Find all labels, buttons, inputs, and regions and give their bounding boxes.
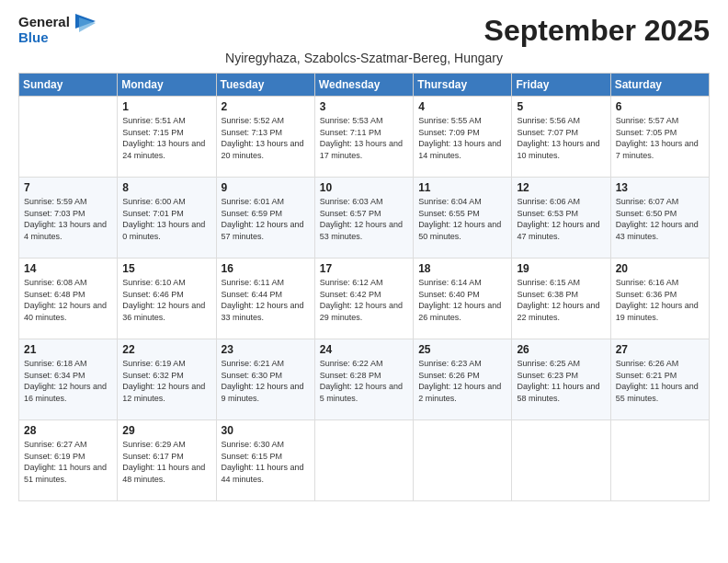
day-info: Sunrise: 6:00 AMSunset: 7:01 PMDaylight:…: [122, 196, 210, 242]
logo-graphic: General Blue: [18, 15, 70, 45]
calendar-cell: 22Sunrise: 6:19 AMSunset: 6:32 PMDayligh…: [118, 339, 216, 420]
day-number: 9: [222, 181, 310, 194]
day-number: 26: [517, 343, 605, 356]
calendar-cell: 27Sunrise: 6:26 AMSunset: 6:21 PMDayligh…: [610, 339, 709, 420]
day-number: 23: [222, 343, 310, 356]
day-info: Sunrise: 5:51 AMSunset: 7:15 PMDaylight:…: [122, 115, 210, 161]
subtitle: Nyiregyhaza, Szabolcs-Szatmar-Bereg, Hun…: [18, 51, 710, 65]
weekday-header-tuesday: Tuesday: [216, 74, 314, 97]
calendar-week-5: 28Sunrise: 6:27 AMSunset: 6:19 PMDayligh…: [19, 420, 710, 501]
calendar-cell: 4Sunrise: 5:55 AMSunset: 7:09 PMDaylight…: [414, 97, 512, 178]
day-number: 16: [222, 262, 310, 275]
calendar-cell: 25Sunrise: 6:23 AMSunset: 6:26 PMDayligh…: [414, 339, 512, 420]
day-info: Sunrise: 5:57 AMSunset: 7:05 PMDaylight:…: [616, 115, 704, 161]
calendar-cell: 16Sunrise: 6:11 AMSunset: 6:44 PMDayligh…: [216, 259, 314, 339]
day-info: Sunrise: 5:55 AMSunset: 7:09 PMDaylight:…: [418, 115, 506, 161]
calendar-week-3: 14Sunrise: 6:08 AMSunset: 6:48 PMDayligh…: [19, 259, 710, 339]
calendar-cell: 26Sunrise: 6:25 AMSunset: 6:23 PMDayligh…: [512, 339, 610, 420]
day-number: 12: [517, 181, 605, 194]
day-number: 19: [517, 262, 605, 275]
calendar-cell: 19Sunrise: 6:15 AMSunset: 6:38 PMDayligh…: [512, 259, 610, 339]
month-title: September 2025: [484, 15, 710, 47]
calendar-cell: 20Sunrise: 6:16 AMSunset: 6:36 PMDayligh…: [610, 259, 709, 339]
calendar-cell: [610, 420, 709, 501]
day-info: Sunrise: 6:07 AMSunset: 6:50 PMDaylight:…: [616, 196, 704, 242]
weekday-header-monday: Monday: [118, 74, 216, 97]
calendar-week-1: 1Sunrise: 5:51 AMSunset: 7:15 PMDaylight…: [19, 97, 710, 178]
day-info: Sunrise: 6:21 AMSunset: 6:30 PMDaylight:…: [222, 358, 310, 404]
calendar-cell: 12Sunrise: 6:06 AMSunset: 6:53 PMDayligh…: [512, 178, 610, 259]
calendar-week-2: 7Sunrise: 5:59 AMSunset: 7:03 PMDaylight…: [19, 178, 710, 259]
calendar-cell: [314, 420, 413, 501]
calendar-cell: 29Sunrise: 6:29 AMSunset: 6:17 PMDayligh…: [118, 420, 216, 501]
day-info: Sunrise: 6:29 AMSunset: 6:17 PMDaylight:…: [122, 439, 210, 485]
day-info: Sunrise: 6:08 AMSunset: 6:48 PMDaylight:…: [24, 277, 112, 323]
day-number: 8: [122, 181, 210, 194]
weekday-header-friday: Friday: [512, 74, 610, 97]
day-number: 2: [222, 100, 310, 113]
calendar-cell: [512, 420, 610, 501]
weekday-header-thursday: Thursday: [414, 74, 512, 97]
calendar-cell: 13Sunrise: 6:07 AMSunset: 6:50 PMDayligh…: [610, 178, 709, 259]
day-info: Sunrise: 6:04 AMSunset: 6:55 PMDaylight:…: [418, 196, 506, 242]
weekday-header-saturday: Saturday: [610, 74, 709, 97]
day-info: Sunrise: 6:23 AMSunset: 6:26 PMDaylight:…: [418, 358, 506, 404]
calendar-cell: 7Sunrise: 5:59 AMSunset: 7:03 PMDaylight…: [19, 178, 118, 259]
day-number: 22: [122, 343, 210, 356]
day-number: 11: [418, 181, 506, 194]
day-info: Sunrise: 5:52 AMSunset: 7:13 PMDaylight:…: [222, 115, 310, 161]
calendar-cell: 8Sunrise: 6:00 AMSunset: 7:01 PMDaylight…: [118, 178, 216, 259]
logo-flag: [75, 14, 96, 43]
day-info: Sunrise: 6:15 AMSunset: 6:38 PMDaylight:…: [517, 277, 605, 323]
day-number: 7: [24, 181, 112, 194]
calendar-cell: 9Sunrise: 6:01 AMSunset: 6:59 PMDaylight…: [216, 178, 314, 259]
day-number: 29: [122, 424, 210, 437]
day-number: 17: [320, 262, 408, 275]
day-number: 25: [418, 343, 506, 356]
day-number: 24: [320, 343, 408, 356]
day-number: 18: [418, 262, 506, 275]
calendar-cell: 18Sunrise: 6:14 AMSunset: 6:40 PMDayligh…: [414, 259, 512, 339]
day-info: Sunrise: 6:01 AMSunset: 6:59 PMDaylight:…: [222, 196, 310, 242]
day-info: Sunrise: 6:25 AMSunset: 6:23 PMDaylight:…: [517, 358, 605, 404]
calendar-week-4: 21Sunrise: 6:18 AMSunset: 6:34 PMDayligh…: [19, 339, 710, 420]
calendar-cell: 21Sunrise: 6:18 AMSunset: 6:34 PMDayligh…: [19, 339, 118, 420]
day-info: Sunrise: 5:53 AMSunset: 7:11 PMDaylight:…: [320, 115, 408, 161]
day-info: Sunrise: 6:14 AMSunset: 6:40 PMDaylight:…: [418, 277, 506, 323]
day-number: 28: [24, 424, 112, 437]
day-number: 3: [320, 100, 408, 113]
day-info: Sunrise: 6:10 AMSunset: 6:46 PMDaylight:…: [122, 277, 210, 323]
calendar-cell: 5Sunrise: 5:56 AMSunset: 7:07 PMDaylight…: [512, 97, 610, 178]
day-info: Sunrise: 6:26 AMSunset: 6:21 PMDaylight:…: [616, 358, 704, 404]
day-number: 30: [222, 424, 310, 437]
weekday-header-wednesday: Wednesday: [314, 74, 413, 97]
calendar-cell: [19, 97, 118, 178]
calendar-cell: 2Sunrise: 5:52 AMSunset: 7:13 PMDaylight…: [216, 97, 314, 178]
calendar-cell: 15Sunrise: 6:10 AMSunset: 6:46 PMDayligh…: [118, 259, 216, 339]
day-info: Sunrise: 6:16 AMSunset: 6:36 PMDaylight:…: [616, 277, 704, 323]
day-info: Sunrise: 6:12 AMSunset: 6:42 PMDaylight:…: [320, 277, 408, 323]
calendar-cell: 24Sunrise: 6:22 AMSunset: 6:28 PMDayligh…: [314, 339, 413, 420]
day-number: 6: [616, 100, 704, 113]
day-number: 5: [517, 100, 605, 113]
day-number: 27: [616, 343, 704, 356]
day-number: 15: [122, 262, 210, 275]
day-number: 13: [616, 181, 704, 194]
day-info: Sunrise: 6:11 AMSunset: 6:44 PMDaylight:…: [222, 277, 310, 323]
calendar-cell: 10Sunrise: 6:03 AMSunset: 6:57 PMDayligh…: [314, 178, 413, 259]
day-info: Sunrise: 6:30 AMSunset: 6:15 PMDaylight:…: [222, 439, 310, 485]
calendar-cell: 11Sunrise: 6:04 AMSunset: 6:55 PMDayligh…: [414, 178, 512, 259]
day-info: Sunrise: 6:22 AMSunset: 6:28 PMDaylight:…: [320, 358, 408, 404]
calendar-cell: 23Sunrise: 6:21 AMSunset: 6:30 PMDayligh…: [216, 339, 314, 420]
calendar-cell: [414, 420, 512, 501]
day-info: Sunrise: 5:56 AMSunset: 7:07 PMDaylight:…: [517, 115, 605, 161]
calendar-cell: 30Sunrise: 6:30 AMSunset: 6:15 PMDayligh…: [216, 420, 314, 501]
day-number: 14: [24, 262, 112, 275]
day-number: 4: [418, 100, 506, 113]
weekday-header-sunday: Sunday: [19, 74, 118, 97]
calendar-cell: 28Sunrise: 6:27 AMSunset: 6:19 PMDayligh…: [19, 420, 118, 501]
day-info: Sunrise: 6:27 AMSunset: 6:19 PMDaylight:…: [24, 439, 112, 485]
logo: General Blue: [18, 15, 96, 45]
day-number: 20: [616, 262, 704, 275]
calendar-cell: 6Sunrise: 5:57 AMSunset: 7:05 PMDaylight…: [610, 97, 709, 178]
